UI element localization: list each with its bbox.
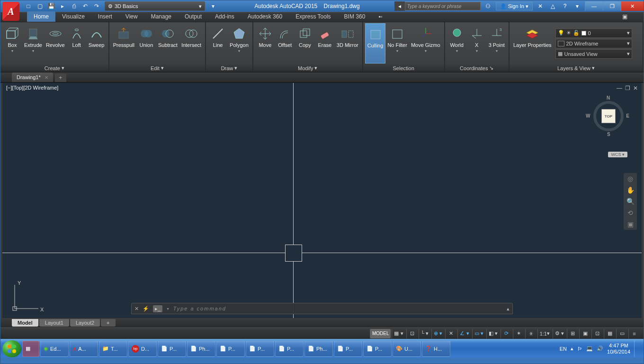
tool-nofilter[interactable]: No Filter▾ xyxy=(385,23,409,64)
sb-3dosnap-icon[interactable]: ✶ xyxy=(513,329,524,338)
tray-flag-icon[interactable]: 🏳 xyxy=(577,346,582,352)
cmd-close-icon[interactable]: ✕ xyxy=(134,306,139,312)
viewcube-n[interactable]: N xyxy=(607,95,610,100)
tab-visualize[interactable]: Visualize xyxy=(55,11,91,22)
application-menu-button[interactable]: A xyxy=(2,2,19,21)
tab-featured-apps[interactable]: ▪▫ xyxy=(372,11,389,22)
tool-sweep[interactable]: Sweep xyxy=(87,23,107,64)
taskbar-item-3[interactable]: bpD... xyxy=(128,341,157,357)
layer-dropdown[interactable]: 💡☀🔓0▾ xyxy=(555,28,632,38)
tool-box[interactable]: Box▾ xyxy=(2,23,22,64)
taskbar-item-0[interactable]: ◉Ed... xyxy=(40,341,69,357)
tab-home[interactable]: Home xyxy=(27,11,55,22)
view-dropdown[interactable]: ▦Unsaved View▾ xyxy=(555,49,632,59)
tool-extrude[interactable]: Extrude▾ xyxy=(22,23,44,64)
qat-save-icon[interactable]: 💾 xyxy=(46,1,56,11)
tool-offset[interactable]: Offset xyxy=(275,23,295,64)
layout-2[interactable]: Layout2 xyxy=(70,319,100,327)
window-close-button[interactable]: ✕ xyxy=(621,1,644,11)
tool-x-axis[interactable]: X▾ xyxy=(467,23,487,64)
tab-output[interactable]: Output xyxy=(178,11,208,22)
tab-manage[interactable]: Manage xyxy=(144,11,178,22)
workspace-selector[interactable]: ⚙ 3D Basics ▾ xyxy=(105,1,205,11)
viewcube-e[interactable]: E xyxy=(626,113,629,118)
close-tab-icon[interactable]: ✕ xyxy=(45,75,48,80)
sign-in-button[interactable]: 👤 Sign In ▾ xyxy=(496,2,533,10)
nav-zoom-icon[interactable]: 🔍 xyxy=(626,198,635,205)
tool-movegizmo[interactable]: Move Gizmo▾ xyxy=(409,23,442,64)
taskbar-item-8[interactable]: 📄P... xyxy=(275,341,304,357)
sb-lineweight-icon[interactable]: ▭ ▾ xyxy=(472,329,485,338)
viewcube-face[interactable]: TOP xyxy=(601,109,616,123)
tool-loft[interactable]: Loft xyxy=(67,23,87,64)
panel-title-layers[interactable]: Layers & View ▾ xyxy=(510,64,643,72)
tool-3dmirror[interactable]: 3D Mirror xyxy=(335,23,360,64)
taskbar-item-7[interactable]: 📄P... xyxy=(246,341,274,357)
sb-ortho-icon[interactable]: └ ▾ xyxy=(419,329,431,338)
panel-title-modify[interactable]: Modify ▾ xyxy=(253,64,362,72)
wcs-badge[interactable]: WCS ▾ xyxy=(608,152,627,157)
vp-minimize-icon[interactable]: — xyxy=(617,85,622,91)
command-line[interactable]: ✕ ⚡ ▸_▾ Type a command ▴ xyxy=(131,303,513,314)
exchange-icon[interactable]: ✕ xyxy=(536,1,545,11)
help-dropdown-icon[interactable]: ▾ xyxy=(572,1,582,11)
tool-move[interactable]: Move xyxy=(255,23,275,64)
start-button[interactable] xyxy=(2,340,21,357)
tool-presspull[interactable]: Presspull xyxy=(111,23,136,64)
taskbar-item-2[interactable]: 📁T... xyxy=(99,341,127,357)
ribbon-minimize-icon[interactable]: ▣ xyxy=(616,11,634,22)
tool-copy[interactable]: Copy xyxy=(295,23,315,64)
qat-undo-icon[interactable]: ↶ xyxy=(80,1,90,11)
vp-maximize-icon[interactable]: ❐ xyxy=(625,85,630,91)
tool-layer-properties[interactable]: Layer Properties xyxy=(511,23,554,64)
tray-network-icon[interactable]: 💻 xyxy=(586,346,593,352)
sb-hardware-icon[interactable]: ▦ xyxy=(604,329,615,338)
taskbar-item-11[interactable]: 📄P... xyxy=(363,341,392,357)
panel-title-draw[interactable]: Draw ▾ xyxy=(206,64,252,72)
autodesk360-icon[interactable]: △ xyxy=(548,1,557,11)
sb-units-icon[interactable]: ⊡ xyxy=(591,329,603,338)
tool-polygon[interactable]: Polygon▾ xyxy=(228,23,250,64)
taskbar-item-13[interactable]: ❓H... xyxy=(422,341,450,357)
sb-otrack-icon[interactable]: ∠ ▾ xyxy=(457,329,471,338)
qat-saveas-icon[interactable]: ▸ xyxy=(57,1,68,11)
window-minimize-button[interactable]: — xyxy=(585,1,603,11)
cmd-customize-icon[interactable]: ⚡ xyxy=(143,306,149,312)
panel-title-edit[interactable]: Edit ▾ xyxy=(109,64,205,72)
qat-redo-icon[interactable]: ↷ xyxy=(91,1,102,11)
taskbar-item-5[interactable]: 📄Ph... xyxy=(187,341,215,357)
sb-snap-icon[interactable]: ⊡ xyxy=(406,329,418,338)
taskbar-item-1[interactable]: AA... xyxy=(70,341,98,357)
drawing-viewport[interactable]: [−][Top][2D Wireframe] — ❐ ✕ TOP N S E W… xyxy=(0,83,644,318)
viewcube-w[interactable]: W xyxy=(586,113,590,118)
nav-orbit-icon[interactable]: ⟲ xyxy=(627,209,633,217)
tab-bim360[interactable]: BIM 360 xyxy=(338,11,372,22)
sb-customize-icon[interactable]: ≡ xyxy=(628,329,640,338)
tray-volume-icon[interactable]: 🔊 xyxy=(597,346,603,352)
tool-world[interactable]: World▾ xyxy=(447,23,467,64)
taskbar-item-12[interactable]: 🎨U... xyxy=(393,341,421,357)
viewcube-s[interactable]: S xyxy=(607,132,610,137)
tray-arrow-icon[interactable]: ▴ xyxy=(571,346,573,352)
sb-dynamic-icon[interactable]: ⚹ xyxy=(525,329,537,338)
viewcube[interactable]: TOP N S E W xyxy=(590,97,627,135)
nav-showmotion-icon[interactable]: ▣ xyxy=(627,220,634,228)
tray-lang[interactable]: EN xyxy=(560,346,567,352)
search-input[interactable]: Type a keyword or phrase xyxy=(405,2,481,10)
taskbar-item-6[interactable]: 📄P... xyxy=(216,341,245,357)
file-tab-drawing1[interactable]: Drawing1*✕ xyxy=(12,73,53,82)
tool-line[interactable]: Line xyxy=(208,23,228,64)
qat-open-icon[interactable]: ▢ xyxy=(35,1,45,11)
tab-addins[interactable]: Add-ins xyxy=(208,11,241,22)
tool-3point[interactable]: 33 Point▾ xyxy=(487,23,507,64)
sb-polar-icon[interactable]: ⊕ ▾ xyxy=(431,329,444,338)
qat-plot-icon[interactable]: ⎙ xyxy=(69,1,79,11)
sb-workspace-icon[interactable]: ⊞ xyxy=(567,329,578,338)
sb-osnap-icon[interactable]: ✕ xyxy=(445,329,456,338)
visual-style-dropdown[interactable]: 2D Wireframe▾ xyxy=(555,39,632,48)
search-prev-icon[interactable]: ◂ xyxy=(394,1,405,11)
sb-transparency-icon[interactable]: ◧ ▾ xyxy=(486,329,500,338)
taskbar-pinned-1[interactable]: ▦ xyxy=(22,341,39,357)
tab-expresstools[interactable]: Express Tools xyxy=(289,11,337,22)
sb-model-button[interactable]: MODEL xyxy=(370,329,391,338)
